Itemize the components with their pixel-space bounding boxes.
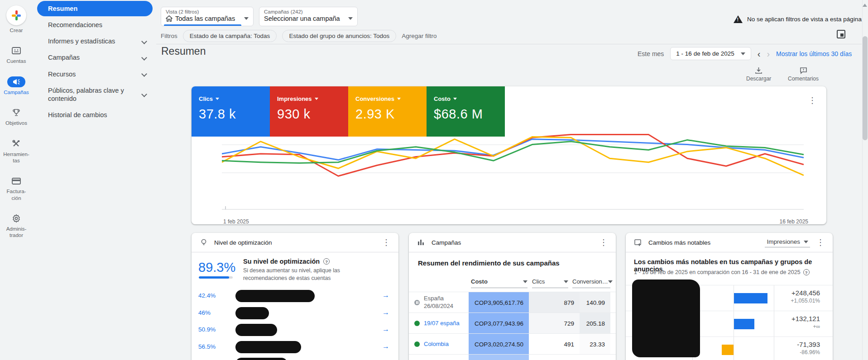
column-header-clicks[interactable]: Clics: [532, 278, 568, 288]
chevron-down-icon: [141, 71, 147, 77]
add-filter-button[interactable]: Agregar filtro: [402, 33, 436, 39]
change-bar: [734, 293, 767, 303]
plus-icon[interactable]: [6, 5, 26, 25]
cost-cell: COP3,905,617.76: [469, 292, 529, 313]
campaign-table-row: ColombiaCOP3,020,274.5049123.33: [409, 333, 616, 354]
chevron-down-icon: [348, 17, 353, 20]
prev-period-button[interactable]: ‹: [758, 49, 761, 58]
changes-card-menu-button[interactable]: ⋮: [816, 238, 825, 246]
rail-item-label: Objetivos: [0, 120, 33, 126]
campaign-table-row: España 17.10: [409, 354, 616, 360]
change-bar: [734, 319, 754, 329]
download-icon: [755, 67, 762, 74]
filter-chip-adgroup-status[interactable]: Estado del grupo de anuncios: Todos: [282, 30, 396, 42]
rail-item-cuentas[interactable]: Cuentas: [0, 45, 33, 64]
rail-item-objetivos[interactable]: Objetivos: [0, 107, 33, 126]
change-bar: [722, 345, 734, 355]
arrow-right-icon[interactable]: →: [382, 308, 389, 317]
section-nav: ResumenRecomendacionesInformes y estadís…: [33, 0, 156, 123]
metric-label: Clics: [199, 95, 213, 102]
rail-item-administrador[interactable]: Adminis- trador: [0, 213, 33, 239]
metric-label: Costo: [434, 95, 451, 102]
column-header-conversions[interactable]: Conversion…: [572, 278, 610, 288]
metric-label: Conversiones: [355, 95, 394, 102]
optimization-recommendation-row[interactable]: 54.6%→: [192, 356, 398, 360]
recommendation-score: 46%: [198, 309, 211, 316]
clicks-cell: 879: [529, 292, 580, 313]
next-period-button[interactable]: ›: [767, 49, 770, 58]
nav-item-label: Campañas: [48, 53, 80, 62]
filter-bar: Filtros Estado de la campaña: Todas Esta…: [161, 30, 437, 42]
date-controls: Este mes 1 - 16 de feb de 2025 ‹ › Mostr…: [638, 47, 852, 60]
page-title: Resumen: [161, 45, 206, 57]
chevron-down-icon: [741, 52, 745, 55]
chevron-down-icon: [244, 17, 249, 20]
create-button[interactable]: Crear: [0, 5, 33, 33]
arrow-right-icon[interactable]: →: [382, 325, 389, 333]
rail-item-herramientas[interactable]: Herramien- tas: [0, 138, 33, 164]
cost-cell: [469, 355, 529, 360]
rail-item-label: Factura- ción: [0, 188, 33, 201]
change-percent: +∞: [791, 323, 820, 330]
campaign-name[interactable]: Colombia: [424, 341, 449, 348]
rail-item-label: Campañas: [0, 89, 33, 95]
arrow-right-icon[interactable]: →: [382, 291, 389, 299]
rail-item-label: Cuentas: [0, 58, 33, 64]
optimization-recommendation-row[interactable]: 56.5%→: [192, 340, 398, 356]
optimization-recommendation-row[interactable]: 46%→: [192, 306, 398, 322]
campaign-selector[interactable]: Campañas (242) Seleccionar una campaña: [259, 7, 358, 26]
scrollbar-thumb[interactable]: [863, 36, 868, 140]
nav-item-resumen[interactable]: Resumen: [37, 1, 153, 16]
rail-item-campaas[interactable]: Campañas: [0, 76, 33, 95]
view-selector-label: Vista (2 filtros): [166, 9, 249, 14]
nav-item-p-blicos-palabras-clave-y-contenido[interactable]: Públicos, palabras clave y contenido: [37, 83, 153, 106]
nav-item-recomendaciones[interactable]: Recomendaciones: [37, 17, 153, 33]
nav-item-historial-de-cambios[interactable]: Historial de cambios: [37, 107, 153, 123]
changes-metric-selector[interactable]: Impresiones: [765, 237, 810, 247]
optimization-recommendation-row[interactable]: 50.9%→: [192, 322, 398, 339]
optimization-recommendation-row[interactable]: 42.4%→: [192, 289, 398, 305]
download-button[interactable]: Descargar: [746, 67, 771, 82]
redaction-blob: [632, 279, 700, 357]
show-last-30-days-link[interactable]: Mostrar los últimos 30 días: [776, 50, 852, 57]
campaign-name[interactable]: 19/07 españa: [424, 320, 460, 327]
conversions-cell: 205.18: [580, 313, 610, 334]
date-range-dropdown[interactable]: 1 - 16 de feb de 2025: [670, 47, 751, 60]
conversions-cell: [580, 355, 610, 360]
save-icon[interactable]: [837, 30, 845, 38]
help-icon[interactable]: ?: [323, 258, 330, 265]
nav-item-informes-y-estad-sticas[interactable]: Informes y estadísticas: [37, 33, 153, 49]
nav-item-recursos[interactable]: Recursos: [37, 66, 153, 82]
campaign-selector-value: Seleccionar una campaña: [264, 15, 340, 22]
series-clics: [222, 139, 804, 160]
trophy-icon: [7, 107, 25, 118]
window-plus-icon: [634, 238, 642, 246]
campaigns-card-menu-button[interactable]: ⋮: [599, 238, 608, 246]
filter-chip-campaign-status[interactable]: Estado de la campaña: Todas: [183, 30, 277, 42]
notable-changes-card: Cambios más notables Impresiones ⋮ Los c…: [626, 233, 833, 360]
redaction-blob: [235, 358, 288, 360]
x-axis-start-label: 1 feb 2025: [223, 218, 249, 225]
help-icon[interactable]: ?: [803, 269, 810, 275]
paused-status-icon: [414, 300, 420, 305]
nav-item-campa-as[interactable]: Campañas: [37, 50, 153, 65]
page-scrollbar[interactable]: [862, 0, 868, 360]
change-value: +248,456: [791, 289, 820, 297]
arrow-right-icon[interactable]: →: [382, 342, 389, 351]
cost-cell: COP3,077,943.96: [469, 313, 529, 334]
megaphone-icon: [7, 76, 25, 87]
comments-button[interactable]: Comentarios: [788, 67, 819, 82]
scroll-up-arrow[interactable]: [863, 4, 867, 7]
chart-card-menu-button[interactable]: ⋮: [808, 96, 816, 104]
change-bar-cell: [692, 285, 774, 311]
rail-item-facturacin[interactable]: Factura- ción: [0, 175, 33, 201]
optimization-card-menu-button[interactable]: ⋮: [382, 238, 390, 246]
optimization-score-card: Nivel de optimización ⋮ 89.3% Su nivel d…: [192, 233, 398, 360]
view-selector[interactable]: Vista (2 filtros) Todas las campañas: [161, 7, 254, 26]
column-header-cost[interactable]: Costo: [471, 278, 528, 288]
campaign-name[interactable]: España26/08/2024: [424, 295, 453, 310]
chevron-down-icon: [523, 280, 528, 283]
view-selector-value: Todas las campañas: [175, 15, 235, 22]
chevron-down-icon: [608, 280, 613, 283]
chevron-down-icon: [315, 98, 318, 100]
